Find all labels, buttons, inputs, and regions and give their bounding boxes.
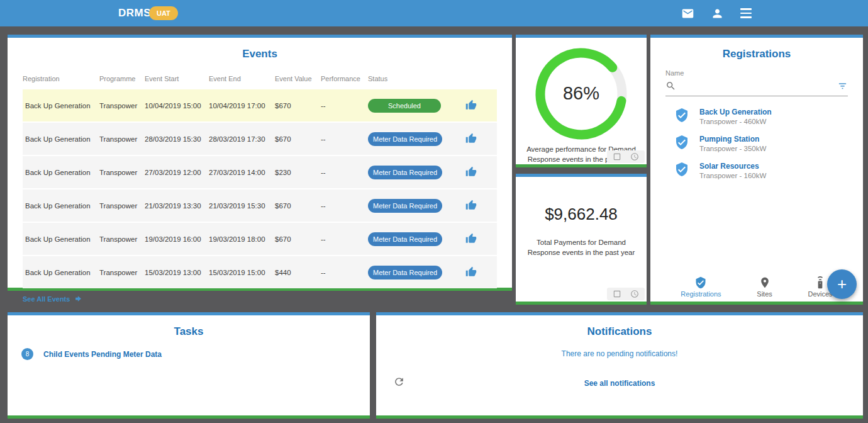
cell-performance: --	[321, 102, 368, 110]
cell-event-start: 28/03/2019 15:30	[145, 135, 209, 143]
performance-footer	[607, 150, 645, 163]
cell-performance: --	[321, 269, 368, 276]
status-badge: Meter Data Required	[368, 266, 442, 279]
see-all-events-link[interactable]: See All Events	[23, 294, 83, 303]
refresh-icon[interactable]	[393, 376, 405, 388]
clock-icon[interactable]	[630, 152, 639, 161]
notifications-panel: Notifications There are no pending notif…	[376, 312, 863, 419]
event-row[interactable]: Back Up Generation Transpower 28/03/2019…	[23, 123, 497, 155]
cell-event-start: 10/04/2019 15:00	[145, 102, 209, 110]
no-notifications-message: There are no pending notifications!	[376, 349, 863, 358]
column-event-start: Event Start	[145, 75, 209, 82]
filter-icon[interactable]	[837, 81, 848, 91]
event-row[interactable]: Back Up Generation Transpower 27/03/2019…	[23, 156, 497, 188]
thumbs-up-icon[interactable]	[465, 166, 477, 178]
cell-event-value: $670	[275, 102, 321, 110]
cell-registration: Back Up Generation	[23, 169, 99, 176]
status-badge: Scheduled	[368, 99, 441, 113]
event-row[interactable]: Back Up Generation Transpower 21/03/2019…	[23, 189, 497, 222]
payments-caption: Total Payments for Demand Response event…	[521, 238, 641, 257]
cell-event-start: 27/03/2019 12:00	[145, 169, 209, 176]
tab-label: Sites	[757, 290, 772, 298]
cell-event-value: $670	[275, 202, 321, 210]
cell-programme: Transpower	[99, 102, 145, 110]
status-badge: Meter Data Required	[368, 199, 442, 213]
registration-detail: Transpower - 160kW	[699, 172, 766, 179]
cell-registration: Back Up Generation	[23, 202, 99, 210]
cell-event-value: $670	[275, 135, 321, 143]
column-performance: Performance	[321, 75, 368, 82]
environment-badge: UAT	[149, 6, 178, 20]
shield-check-icon	[674, 135, 689, 150]
cell-programme: Transpower	[99, 235, 145, 243]
add-registration-button[interactable]: +	[827, 269, 857, 299]
event-row[interactable]: Back Up Generation Transpower 19/03/2019…	[23, 223, 497, 255]
search-icon	[665, 81, 676, 91]
thumbs-up-icon[interactable]	[465, 200, 477, 211]
remote-device-icon	[814, 276, 826, 289]
menu-icon[interactable]	[740, 8, 752, 18]
cell-registration: Back Up Generation	[23, 102, 99, 110]
search-input[interactable]	[665, 77, 848, 96]
clock-icon[interactable]	[630, 290, 639, 298]
registration-detail: Transpower - 350kW	[699, 145, 766, 152]
mail-icon[interactable]	[681, 7, 694, 20]
cell-event-start: 19/03/2019 16:00	[145, 235, 209, 243]
performance-panel: 86% Average performance for Demand Respo…	[516, 35, 647, 167]
column-programme: Programme	[99, 75, 145, 82]
registrations-panel: Registrations Name Back Up Generation Tr…	[650, 35, 863, 305]
registration-search: Name	[665, 69, 848, 96]
cell-registration: Back Up Generation	[23, 235, 99, 243]
cell-registration: Back Up Generation	[23, 135, 99, 143]
total-payments-amount: $9,662.48	[516, 205, 647, 224]
tasks-panel: Tasks 8 Child Events Pending Meter Data	[8, 312, 370, 419]
cell-performance: --	[321, 169, 368, 176]
tasks-list: 8 Child Events Pending Meter Data	[8, 348, 370, 360]
events-panel: Events Registration Programme Event Star…	[8, 35, 512, 291]
card-view-icon[interactable]	[613, 290, 621, 298]
app-title: DRMS	[118, 7, 151, 20]
thumbs-up-icon[interactable]	[465, 133, 477, 144]
cell-event-value: $440	[275, 269, 321, 276]
see-all-notifications-link[interactable]: See all notifications	[376, 379, 863, 388]
registrations-list: Back Up Generation Transpower - 460kW Pu…	[674, 108, 863, 179]
thumbs-up-icon[interactable]	[465, 99, 477, 111]
event-row[interactable]: Back Up Generation Transpower 15/03/2019…	[23, 256, 497, 288]
performance-percent: 86%	[516, 83, 647, 104]
account-icon[interactable]	[711, 7, 724, 20]
status-badge: Meter Data Required	[368, 132, 442, 146]
cell-event-value: $670	[275, 235, 321, 243]
tab-label: Registrations	[681, 290, 721, 298]
thumbs-up-icon[interactable]	[465, 233, 477, 244]
column-status: Status	[368, 75, 465, 82]
task-label: Child Events Pending Meter Data	[43, 350, 162, 359]
tasks-title: Tasks	[8, 325, 370, 338]
cell-registration: Back Up Generation	[23, 269, 99, 276]
cell-event-end: 10/04/2019 17:00	[209, 102, 275, 110]
shield-check-icon	[674, 162, 689, 177]
search-field-label: Name	[665, 69, 848, 77]
header-actions	[681, 7, 752, 20]
tab-registrations[interactable]: Registrations	[681, 276, 721, 298]
registration-list-item[interactable]: Back Up Generation Transpower - 460kW	[674, 108, 863, 125]
shield-check-icon	[694, 276, 707, 289]
tab-sites[interactable]: Sites	[757, 276, 772, 298]
cell-programme: Transpower	[99, 169, 145, 176]
thumbs-up-icon[interactable]	[465, 266, 477, 278]
registration-detail: Transpower - 460kW	[699, 118, 772, 125]
cell-programme: Transpower	[99, 135, 145, 143]
cell-event-end: 28/03/2019 17:30	[209, 135, 275, 143]
status-badge: Meter Data Required	[368, 232, 442, 246]
events-table-header: Registration Programme Event Start Event…	[23, 68, 497, 89]
card-view-icon[interactable]	[613, 152, 621, 161]
task-count-badge: 8	[21, 348, 33, 360]
task-item[interactable]: 8 Child Events Pending Meter Data	[21, 348, 370, 360]
cell-event-end: 15/03/2019 15:00	[209, 269, 275, 276]
event-row[interactable]: Back Up Generation Transpower 10/04/2019…	[23, 89, 497, 121]
payments-footer	[607, 288, 645, 300]
arrow-right-icon	[74, 294, 83, 303]
cell-programme: Transpower	[99, 269, 145, 276]
registration-list-item[interactable]: Pumping Station Transpower - 350kW	[674, 135, 863, 152]
registration-list-item[interactable]: Solar Resources Transpower - 160kW	[674, 162, 863, 179]
app-header: DRMS UAT	[0, 0, 868, 26]
